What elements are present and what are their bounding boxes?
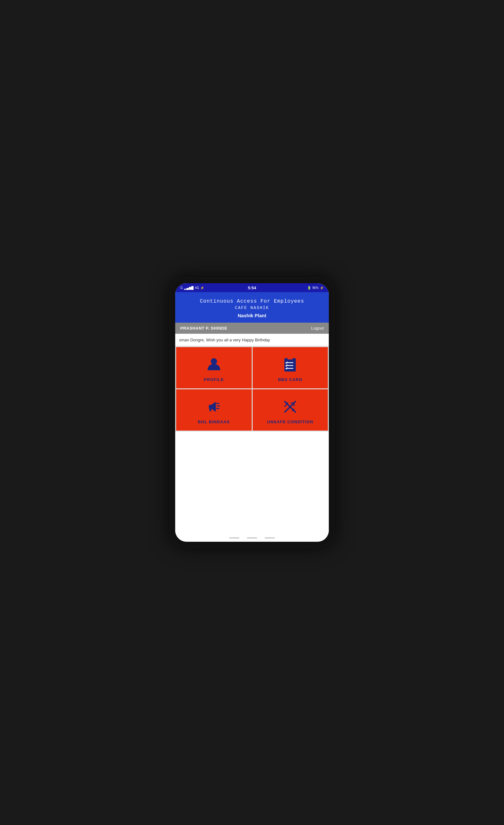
battery-percent: 96% xyxy=(312,286,319,290)
user-name: PRASHANT P. SHINDE xyxy=(180,326,227,330)
svg-point-0 xyxy=(211,358,217,365)
nav-dot-3 xyxy=(265,537,275,539)
phone-screen: G ▂▄▆█ 4G ⚡ 5:54 🔋 96% ⚡ Continuous Acce… xyxy=(175,283,329,542)
charge-icon: ⚡ xyxy=(320,286,324,290)
bbs-card-menu-item[interactable]: BBS CARD xyxy=(253,347,328,388)
profile-icon xyxy=(205,356,223,373)
unsafe-condition-icon xyxy=(281,398,299,416)
bol-bindaas-label: BOL BINDAAS xyxy=(198,420,230,424)
signal-bars: ▂▄▆█ xyxy=(184,286,194,290)
svg-rect-1 xyxy=(284,358,296,372)
app-title-sub: CAFE NASHIK xyxy=(180,305,324,310)
svg-rect-6 xyxy=(216,403,219,404)
bol-bindaas-menu-item[interactable]: BOL BINDAAS xyxy=(176,389,252,431)
unsafe-condition-label: UNSAFE CONDITION xyxy=(267,420,313,424)
ticker-text: xman Dongre, Wish you all a very Happy B… xyxy=(179,338,270,342)
nav-dot-2 xyxy=(247,537,257,539)
svg-rect-9 xyxy=(209,409,212,411)
signal-icon: G xyxy=(180,286,183,290)
nav-dot-1 xyxy=(229,537,239,539)
status-bar: G ▂▄▆█ 4G ⚡ 5:54 🔋 96% ⚡ xyxy=(175,283,329,292)
app-title-main: Continuous Access For Employees xyxy=(180,298,324,305)
status-right: 🔋 96% ⚡ xyxy=(307,286,324,290)
status-time: 5:54 xyxy=(248,286,256,290)
user-bar: PRASHANT P. SHINDE Logout xyxy=(175,323,329,334)
menu-grid: PROFILE xyxy=(175,346,329,432)
content-area xyxy=(175,432,329,534)
phone-frame: G ▂▄▆█ 4G ⚡ 5:54 🔋 96% ⚡ Continuous Acce… xyxy=(169,278,335,547)
bol-bindaas-icon xyxy=(205,398,223,416)
svg-rect-7 xyxy=(217,405,220,406)
signal-4g: 4G xyxy=(195,286,199,290)
status-left: G ▂▄▆█ 4G ⚡ xyxy=(180,286,204,290)
usb-icon: ⚡ xyxy=(200,286,204,290)
bbs-card-label: BBS CARD xyxy=(278,377,303,382)
app-header: Continuous Access For Employees CAFE NAS… xyxy=(175,292,329,323)
profile-label: PROFILE xyxy=(204,377,224,382)
profile-menu-item[interactable]: PROFILE xyxy=(176,347,252,388)
bottom-bar xyxy=(175,534,329,542)
svg-rect-2 xyxy=(287,357,292,360)
logout-button[interactable]: Logout xyxy=(311,326,324,330)
app-plant: Nashik Plant xyxy=(180,313,324,318)
ticker-bar: xman Dongre, Wish you all a very Happy B… xyxy=(175,334,329,346)
unsafe-condition-menu-item[interactable]: UNSAFE CONDITION xyxy=(253,389,328,431)
battery-icon: 🔋 xyxy=(307,286,311,290)
bbs-card-icon xyxy=(281,356,299,373)
svg-rect-8 xyxy=(216,408,219,409)
